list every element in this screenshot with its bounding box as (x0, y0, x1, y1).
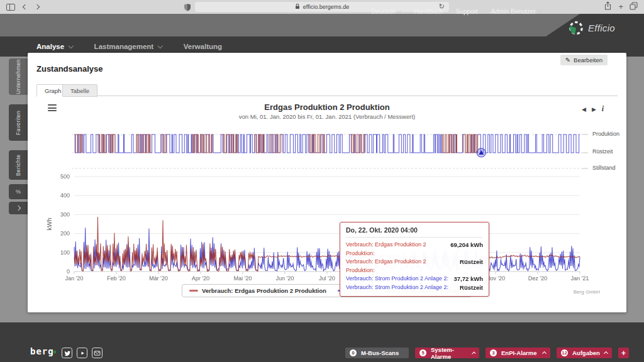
sidebar-tab-label: Unternehmen (15, 59, 21, 94)
sidebar-tab-berichte[interactable]: Berichte (9, 150, 28, 180)
prev-period-button[interactable]: ◀ (582, 106, 586, 112)
system-alarms-count-badge: 5 (419, 349, 426, 356)
state-label-produktion: Produktion (592, 131, 619, 137)
email-icon[interactable] (92, 348, 103, 358)
page-title: Zustandsanalyse (36, 64, 103, 74)
enpi-alarms-button[interactable]: 3 EnPI-Alarme (486, 348, 550, 358)
chevron-right-icon (16, 206, 21, 211)
enpi-alarms-count-badge: 3 (490, 349, 497, 356)
top-menu-bar (0, 14, 644, 36)
state-label-stillstand: Stillstand (592, 165, 616, 171)
share-icon[interactable] (604, 1, 612, 13)
tab-divider (36, 96, 618, 96)
new-tab-icon[interactable]: + (618, 4, 623, 10)
sidebar-tab-enpi[interactable]: % (9, 184, 28, 199)
sidebar-tab-favoriten[interactable]: Favoriten (9, 104, 28, 141)
legend-label: Verbrauch: Erdgas Produktion 2 Produktio… (202, 287, 326, 294)
mbus-scans-button[interactable]: 0 M-Bus-Scans (345, 348, 409, 358)
next-period-button[interactable]: ▶ (592, 106, 596, 112)
youtube-icon[interactable] (77, 348, 87, 358)
edit-button-label: Bearbeiten (574, 57, 602, 63)
tooltip-row: Verbrauch: Erdgas Produktion 2 Produktio… (346, 258, 483, 275)
handbook-link[interactable]: Handbuch (414, 8, 443, 15)
tooltip-label: Verbrauch: Strom Produktion 2 Anlage 2: (346, 283, 448, 292)
edit-button[interactable]: ✎ Bearbeiten (560, 55, 608, 65)
sidebar-tab-unternehmen[interactable]: Unternehmen (9, 58, 28, 95)
tooltip-label: Verbrauch: Strom Produktion 2 Anlage 2: (346, 275, 448, 283)
lock-icon (295, 3, 300, 11)
sidebar-tab-label: Berichte (15, 154, 21, 175)
twitter-icon[interactable] (62, 348, 72, 358)
sidebar-toggle-icon[interactable] (6, 4, 15, 11)
tab-overview-icon[interactable] (630, 1, 638, 13)
nav-analyse-label: Analyse (36, 43, 64, 50)
user-menu[interactable]: Admin Benutzer (491, 8, 542, 15)
chevron-down-icon (158, 43, 163, 48)
tasks-button[interactable]: 12 Aufgaben (557, 348, 612, 358)
handbook-label: Handbuch (414, 8, 443, 15)
tab-tabelle-label: Tabelle (70, 87, 89, 94)
tooltip-label: Verbrauch: Erdgas Produktion 2 Produktio… (346, 241, 445, 258)
chevron-down-icon (397, 8, 401, 13)
chevron-down-icon (538, 8, 543, 13)
legend-entry-erdgas[interactable]: Verbrauch: Erdgas Produktion 2 Produktio… (189, 287, 326, 294)
nav-verwaltung-label: Verwaltung (184, 43, 222, 50)
url-text: efficio.bergems.de (303, 4, 349, 10)
state-label-ruestzeit: Rüstzeit (592, 148, 613, 155)
pencil-icon: ✎ (565, 57, 570, 63)
berg-logo-green-square (53, 351, 56, 353)
user-menu-label: Admin Benutzer (491, 8, 536, 15)
mbus-count-badge: 0 (350, 349, 357, 356)
chart-canvas[interactable] (36, 123, 592, 286)
chart-subtitle: von Mi, 01. Jan. 2020 bis Fr, 01. Jan. 2… (28, 113, 626, 120)
tooltip-row: Verbrauch: Erdgas Produktion 2 Produktio… (346, 241, 483, 258)
tooltip-value: Rüstzeit (460, 283, 483, 292)
berg-logo-text: berg (30, 346, 54, 356)
tooltip-value: Rüstzeit (460, 258, 483, 275)
legend-line-sample (189, 290, 198, 292)
mbus-label: M-Bus-Scans (361, 349, 399, 356)
content-panel: Zustandsanalyse ✎ Bearbeiten Graph Tabel… (28, 53, 626, 312)
percent-icon: % (16, 189, 21, 195)
system-alarms-label: System-Alarme (431, 346, 468, 360)
nav-lastmanagement-label: Lastmanagement (94, 43, 154, 50)
berg-logo: berg (30, 346, 54, 356)
support-label: Support (456, 8, 478, 15)
support-link[interactable]: Support (456, 8, 478, 15)
chevron-up-icon (542, 351, 547, 356)
chevron-up-icon (604, 351, 608, 356)
chart-tooltip: Do, 22. Okt. 2020 04:00 Verbrauch: Erdga… (340, 222, 489, 297)
info-icon[interactable]: i (602, 104, 604, 114)
tooltip-row: Verbrauch: Strom Produktion 2 Anlage 2: … (346, 283, 483, 292)
system-alarms-button[interactable]: 5 System-Alarme (415, 348, 479, 358)
brand-name: Efficio (588, 23, 615, 33)
add-task-button[interactable]: + (618, 348, 629, 358)
tasks-count-badge: 12 (561, 349, 568, 356)
tooltip-value: 69,204 kWh (450, 241, 483, 258)
tab-tabelle[interactable]: Tabelle (62, 84, 97, 97)
back-icon[interactable] (23, 4, 28, 9)
forward-icon[interactable] (35, 4, 40, 9)
tooltip-label: Verbrauch: Erdgas Produktion 2 Produktio… (346, 258, 455, 275)
tooltip-header: Do, 22. Okt. 2020 04:00 (346, 226, 483, 238)
chevron-up-icon (471, 351, 475, 356)
tooltip-row: Verbrauch: Strom Produktion 2 Anlage 2: … (346, 275, 483, 283)
browser-chrome: efficio.bergems.de ↻ + (0, 0, 644, 14)
credits-watermark: Berg GmbH (574, 289, 600, 295)
language-menu[interactable]: Deutsch (372, 8, 401, 15)
sidebar-tab-label: Favoriten (15, 110, 21, 134)
chart-title: Erdgas Produktion 2 Produktion (28, 102, 626, 112)
sidebar-expand-button[interactable] (9, 202, 28, 214)
chevron-down-icon (69, 43, 74, 48)
efficio-logo: Efficio (568, 19, 615, 36)
tasks-label: Aufgaben (572, 349, 600, 356)
language-menu-label: Deutsch (372, 8, 395, 15)
tab-graph-label: Graph (45, 87, 61, 94)
enpi-alarms-label: EnPI-Alarme (501, 349, 537, 356)
privacy-shield-icon[interactable] (184, 3, 191, 14)
tooltip-value: 37,72 kWh (454, 275, 483, 283)
efficio-logo-icon (568, 19, 584, 36)
